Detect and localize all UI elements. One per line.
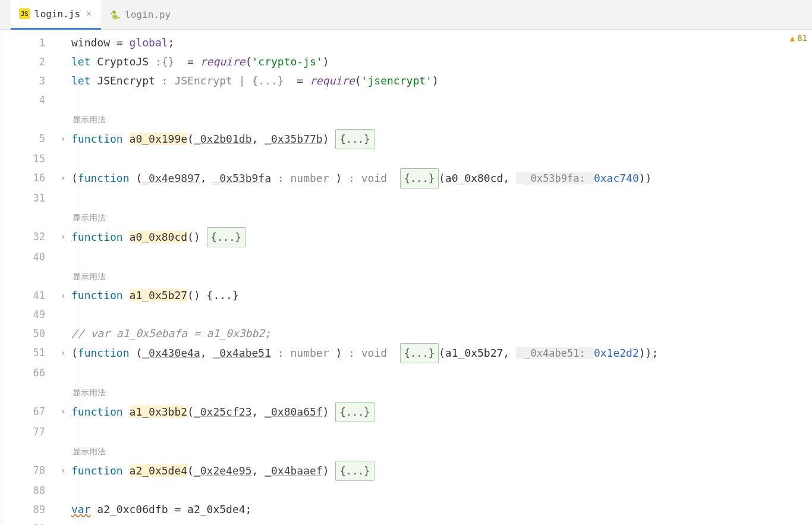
code-line[interactable]: 40 [2, 247, 812, 266]
code-lens[interactable]: 显示用法 [71, 388, 106, 397]
line-number: 2 [2, 52, 56, 71]
line-number: 78 [2, 461, 56, 480]
line-number: 77 [2, 422, 56, 441]
fold-toggle[interactable]: › [56, 402, 70, 421]
code-line[interactable]: 50 // var a1_0x5ebafa = a1_0x3bb2; [2, 324, 812, 343]
warning-icon: ▲ [790, 33, 795, 43]
code-lens[interactable]: 显示用法 [71, 447, 106, 456]
code-line[interactable]: 5 › function a0_0x199e(_0x2b01db, _0x35b… [2, 129, 812, 149]
code-line[interactable]: 88 [2, 481, 812, 500]
js-file-icon: JS [19, 8, 30, 19]
code-line[interactable]: 3 let JSEncrypt : JSEncrypt | {...} = re… [2, 71, 812, 90]
code-lens[interactable]: 显示用法 [71, 115, 106, 124]
code-line[interactable]: 4 [2, 90, 812, 109]
fold-toggle[interactable]: › [56, 461, 70, 480]
inlay-hint: _0x53b9fa: [516, 172, 594, 184]
code-line[interactable]: 32 › function a0_0x80cd() {...} [2, 227, 812, 247]
line-number: 3 [2, 71, 56, 90]
line-number: 40 [2, 247, 56, 266]
line-number: 15 [2, 149, 56, 168]
folded-region[interactable]: {...} [400, 343, 439, 363]
folded-region[interactable]: {...} [400, 168, 439, 188]
tab-label: login.js [34, 8, 80, 20]
line-number: 4 [2, 90, 56, 109]
code-line[interactable]: 16 › (function (_0x4e9897, _0x53b9fa : n… [2, 168, 812, 188]
line-number: 31 [2, 188, 56, 208]
line-number: 66 [2, 363, 56, 382]
code-lens-row: 显示用法 [2, 441, 812, 461]
code-line[interactable]: 77 [2, 422, 812, 441]
folded-region[interactable]: {...} [207, 227, 246, 247]
code-line[interactable]: 15 [2, 149, 812, 168]
code-line[interactable]: 51 › (function (_0x430e4a, _0x4abe51 : n… [2, 343, 812, 363]
inlay-hint: _0x4abe51: [516, 347, 594, 359]
fold-toggle[interactable]: › [56, 168, 70, 187]
fold-toggle[interactable]: › [56, 343, 70, 362]
gutter-border [80, 30, 80, 525]
code-lens-row: 显示用法 [2, 208, 812, 227]
line-number: 16 [2, 168, 56, 187]
line-number: 41 [2, 286, 56, 305]
code-lens[interactable]: 显示用法 [71, 213, 106, 222]
code-lens-row: 显示用法 [2, 109, 812, 129]
fold-toggle[interactable]: › [56, 286, 70, 305]
code-line[interactable]: 2 let CryptoJS :{} = require('crypto-js'… [2, 52, 812, 71]
tab-login-py[interactable]: 🐍 login.py [101, 0, 179, 30]
line-number: 49 [2, 305, 56, 324]
warning-badge[interactable]: ▲ 81 [790, 33, 807, 43]
code-line[interactable]: 66 [2, 363, 812, 382]
code-line[interactable]: 31 [2, 188, 812, 208]
line-number: 90 [2, 519, 56, 525]
code-lens[interactable]: 显示用法 [71, 272, 106, 281]
tab-label: login.py [125, 9, 171, 20]
folded-region[interactable]: {...} [335, 402, 374, 422]
code-line[interactable]: 67 › function a1_0x3bb2(_0x25cf23, _0x80… [2, 402, 812, 422]
code-line[interactable]: 90 [2, 519, 812, 525]
fold-toggle[interactable]: › [56, 227, 70, 246]
code-area[interactable]: 1 window = global; 2 let CryptoJS :{} = … [2, 30, 812, 525]
code-lens-row: 显示用法 [2, 382, 812, 402]
editor-tabs: JS login.js × 🐍 login.py [0, 0, 812, 30]
code-lens-row: 显示用法 [2, 266, 812, 286]
line-number: 89 [2, 500, 56, 519]
code-line[interactable]: 1 window = global; [2, 33, 812, 52]
close-icon[interactable]: × [85, 8, 93, 19]
folded-region[interactable]: {...} [335, 461, 374, 481]
line-number: 88 [2, 481, 56, 500]
editor-body[interactable]: ▲ 81 1 window = global; 2 let CryptoJS :… [0, 30, 812, 525]
line-number: 1 [2, 33, 56, 52]
warning-count: 81 [797, 33, 807, 43]
folded-region[interactable]: {...} [335, 129, 374, 149]
code-line[interactable]: 49 [2, 305, 812, 324]
line-number: 51 [2, 343, 56, 362]
line-number: 67 [2, 402, 56, 421]
line-number: 32 [2, 227, 56, 246]
fold-toggle[interactable]: › [56, 129, 70, 148]
code-line[interactable]: 41 › function a1_0x5b27() {...} [2, 286, 812, 305]
tab-login-js[interactable]: JS login.js × [11, 0, 101, 30]
line-number: 5 [2, 129, 56, 148]
code-line[interactable]: 89 var a2_0xc06dfb = a2_0x5de4; [2, 500, 812, 519]
line-number: 50 [2, 324, 56, 343]
py-file-icon: 🐍 [109, 10, 120, 20]
code-line[interactable]: 78 › function a2_0x5de4(_0x2e4e95, _0x4b… [2, 461, 812, 481]
